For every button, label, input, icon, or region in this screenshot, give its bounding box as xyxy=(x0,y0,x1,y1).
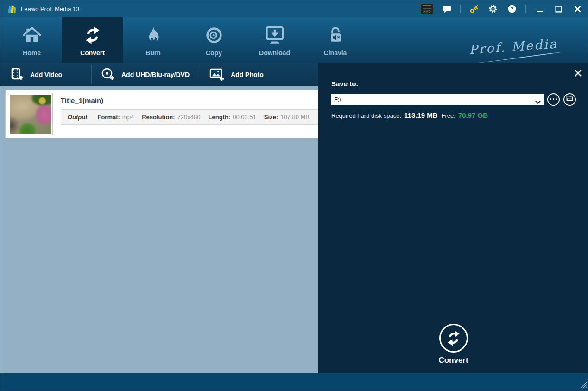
size-value: 107.80 MB xyxy=(280,114,310,121)
minimize-button[interactable] xyxy=(534,3,545,14)
tab-label: Convert xyxy=(80,49,105,57)
length-value: 00:03:51 xyxy=(233,114,256,121)
convert-button-label: Convert xyxy=(438,356,468,365)
media-title: Title_1(main) xyxy=(61,96,318,104)
convert-arrows-icon xyxy=(82,24,103,46)
home-icon xyxy=(22,24,42,46)
flame-icon xyxy=(144,24,163,46)
free-space-value: 70.97 GB xyxy=(458,111,488,119)
size-label: Size: xyxy=(264,114,278,121)
tab-label: Copy xyxy=(206,49,222,57)
leawo-logo-icon xyxy=(6,3,17,14)
main-nav: Home Convert xyxy=(0,17,588,63)
titlebar: Leawo Prof. Media 13 AMD ? xyxy=(0,0,588,17)
tab-label: Download xyxy=(259,49,290,57)
tool-label: Add Video xyxy=(30,71,62,78)
resize-grip[interactable] xyxy=(580,381,587,390)
settings-gear-icon[interactable] xyxy=(487,3,499,14)
resolution-value: 720x480 xyxy=(177,114,201,121)
close-button[interactable] xyxy=(572,3,583,14)
open-folder-button[interactable] xyxy=(563,93,576,106)
format-label: Format: xyxy=(97,114,120,121)
required-space-value: 113.19 MB xyxy=(404,111,438,119)
tool-label: Add UHD/Blu-ray/DVD xyxy=(121,71,190,78)
add-uhd-bluray-dvd-button[interactable]: Add UHD/Blu-ray/DVD xyxy=(92,63,200,86)
convert-arrows-icon xyxy=(439,324,468,353)
tab-label: Home xyxy=(23,49,41,57)
tab-home[interactable]: Home xyxy=(1,17,62,63)
dropdown-chevron-icon[interactable] xyxy=(535,97,541,106)
format-value: mp4 xyxy=(122,114,134,121)
thumbnail-image xyxy=(10,95,51,134)
disc-icon xyxy=(204,24,224,46)
tab-copy[interactable]: Copy xyxy=(183,17,244,63)
titlebar-separator xyxy=(460,5,461,13)
save-to-label: Save to: xyxy=(331,80,576,88)
help-icon[interactable]: ? xyxy=(506,3,518,14)
video-thumbnail[interactable] xyxy=(8,93,53,135)
save-path-input[interactable] xyxy=(331,94,544,105)
media-info: Title_1(main) Output Format: mp4 Resolut… xyxy=(55,90,318,138)
statusbar xyxy=(0,373,588,391)
unlock-mute-icon xyxy=(326,24,345,46)
folder-icon xyxy=(566,95,573,103)
tab-download[interactable]: Download xyxy=(244,17,305,63)
disc-plus-icon xyxy=(101,67,115,83)
add-photo-button[interactable]: Add Photo xyxy=(200,63,283,86)
amd-badge-text: AMD xyxy=(423,10,431,13)
amd-badge-bars xyxy=(423,5,431,9)
resolution-label: Resolution: xyxy=(142,114,175,121)
tab-convert[interactable]: Convert xyxy=(62,17,123,63)
film-plus-icon xyxy=(10,67,24,83)
browse-ellipsis-button[interactable] xyxy=(547,93,560,106)
tab-burn[interactable]: Burn xyxy=(123,17,183,63)
free-space-label: Free: xyxy=(442,112,455,119)
add-toolbar: Add Video Add UHD/Blu-ray/DVD xyxy=(0,63,318,86)
convert-button[interactable]: Convert xyxy=(318,324,588,365)
photo-plus-icon xyxy=(209,67,224,83)
app-window: Leawo Prof. Media 13 AMD ? xyxy=(0,0,588,391)
media-list: Title_1(main) Output Format: mp4 Resolut… xyxy=(0,86,318,374)
panel-close-icon[interactable] xyxy=(573,68,582,77)
download-monitor-icon xyxy=(265,24,285,46)
output-info-bar: Output Format: mp4 Resolution: 720x480 L… xyxy=(61,109,318,125)
save-path-combobox xyxy=(331,94,544,105)
ellipsis-icon xyxy=(550,98,557,100)
maximize-button[interactable] xyxy=(553,3,564,14)
output-label: Output xyxy=(68,114,88,121)
feedback-bubble-icon[interactable] xyxy=(441,3,452,14)
tab-label: Cinavia xyxy=(324,49,347,57)
length-label: Length: xyxy=(209,114,231,121)
tool-label: Add Photo xyxy=(231,71,264,78)
tab-cinavia[interactable]: Cinavia xyxy=(305,17,366,63)
add-video-button[interactable]: Add Video xyxy=(0,63,91,86)
app-title: Leawo Prof. Media 13 xyxy=(21,6,79,13)
svg-text:?: ? xyxy=(510,6,513,12)
media-item-row[interactable]: Title_1(main) Output Format: mp4 Resolut… xyxy=(5,90,318,138)
save-to-panel: Save to: xyxy=(318,63,588,374)
titlebar-separator xyxy=(525,5,526,13)
required-space-label: Required hard disk space: xyxy=(331,112,401,119)
tab-label: Burn xyxy=(145,49,161,57)
register-key-icon[interactable] xyxy=(468,3,480,14)
amd-badge-icon[interactable]: AMD xyxy=(421,4,433,14)
